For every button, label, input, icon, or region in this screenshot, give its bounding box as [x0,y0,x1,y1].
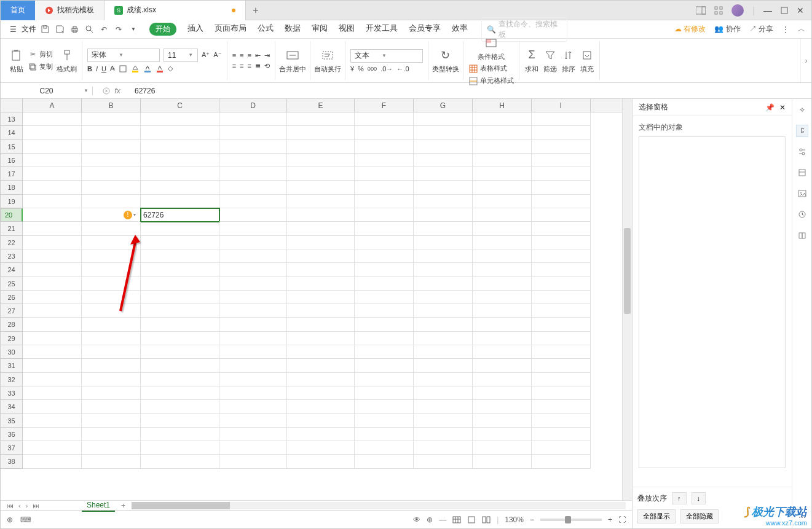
zoom-in-icon[interactable]: + [608,515,612,524]
last-sheet-icon[interactable]: ⏭ [33,502,39,509]
row-header[interactable]: 23 [1,249,23,263]
image-icon[interactable] [796,187,808,200]
cell[interactable] [287,428,355,441]
underline-icon[interactable]: U [101,65,106,72]
cell[interactable] [82,332,141,345]
cell[interactable] [532,154,591,167]
cell[interactable] [287,263,355,276]
cell[interactable] [23,455,82,468]
font-select[interactable]: 宋体▼ [87,49,160,62]
cell[interactable] [414,208,473,222]
row-header[interactable]: 25 [1,277,23,291]
cell[interactable] [473,304,532,318]
cell[interactable] [355,222,414,235]
cell[interactable] [82,345,141,359]
layout1-icon[interactable] [696,6,706,15]
locate-icon[interactable]: ⊕ [427,515,433,524]
row-header[interactable]: 29 [1,332,23,345]
cell[interactable] [141,455,219,468]
decrease-font-icon[interactable]: A⁻ [213,51,221,59]
cell[interactable] [82,373,141,386]
cell[interactable] [219,386,287,400]
row-header[interactable]: 32 [1,373,23,386]
cell[interactable] [82,277,141,291]
backup-icon[interactable] [796,208,808,221]
row-header[interactable]: 30 [1,345,23,359]
cell[interactable] [23,386,82,400]
paste-button[interactable]: 粘贴 [9,48,24,74]
cell[interactable] [414,195,473,208]
cell[interactable] [355,140,414,154]
cell[interactable]: 62726 [141,208,219,222]
cell[interactable] [219,291,287,304]
sort-button[interactable]: 排序 [561,48,576,74]
cell[interactable] [414,441,473,455]
zoom-out-icon[interactable]: − [530,515,534,524]
cell[interactable] [82,428,141,441]
row-header[interactable]: 20 [1,208,23,222]
cell[interactable] [23,236,82,249]
cell[interactable] [287,181,355,194]
cell[interactable] [414,222,473,235]
cell[interactable] [287,373,355,386]
cell[interactable] [532,318,591,331]
cell[interactable] [355,167,414,181]
cell[interactable] [219,167,287,181]
apps-icon[interactable] [714,6,723,15]
cell[interactable] [82,249,141,263]
cell[interactable] [414,181,473,194]
cell[interactable] [141,291,219,304]
cell[interactable] [287,441,355,455]
cell[interactable] [355,249,414,263]
fx-icon[interactable]: fx [114,87,120,95]
cell[interactable] [532,249,591,263]
cell[interactable] [219,195,287,208]
bring-forward-icon[interactable]: ↑ [672,492,687,504]
cell[interactable] [23,222,82,235]
error-indicator-icon[interactable]: ! [124,211,132,219]
cell[interactable] [414,291,473,304]
cell[interactable] [23,195,82,208]
cell[interactable] [219,414,287,428]
size-select[interactable]: 11▼ [164,49,198,62]
redo-icon[interactable]: ↷ [112,23,125,36]
cell[interactable] [141,414,219,428]
cell[interactable] [23,304,82,318]
indent-dec-icon[interactable]: ⇤ [255,52,261,60]
vertical-scrollbar[interactable] [622,99,632,500]
cell[interactable] [287,386,355,400]
cell[interactable] [219,126,287,139]
hamburger-icon[interactable]: ☰ [7,23,19,36]
menu-vip[interactable]: 会员专享 [409,23,441,36]
cell[interactable] [532,126,591,139]
cell[interactable] [414,167,473,181]
cell[interactable] [532,291,591,304]
cell[interactable] [532,345,591,359]
cell[interactable] [414,140,473,154]
sum-button[interactable]: Σ求和 [524,48,539,74]
fill-button[interactable]: 填充 [580,48,594,74]
row-header[interactable]: 26 [1,291,23,304]
cell[interactable] [219,181,287,194]
cell[interactable] [473,208,532,222]
cell[interactable] [82,181,141,194]
cell[interactable] [141,263,219,276]
cell[interactable] [414,428,473,441]
cell[interactable] [355,291,414,304]
error-dropdown-icon[interactable]: ▾ [133,212,136,217]
cell[interactable] [23,181,82,194]
cell[interactable] [82,140,141,154]
cell[interactable] [219,140,287,154]
cell[interactable] [532,428,591,441]
cell[interactable] [414,154,473,167]
properties-icon[interactable] [796,167,808,179]
cell[interactable] [355,195,414,208]
cell[interactable] [287,236,355,249]
menu-review[interactable]: 审阅 [312,23,328,36]
cell[interactable] [414,304,473,318]
cell[interactable] [473,400,532,413]
cell[interactable] [287,455,355,468]
cell[interactable] [532,386,591,400]
cell[interactable] [355,332,414,345]
cell[interactable] [287,249,355,263]
